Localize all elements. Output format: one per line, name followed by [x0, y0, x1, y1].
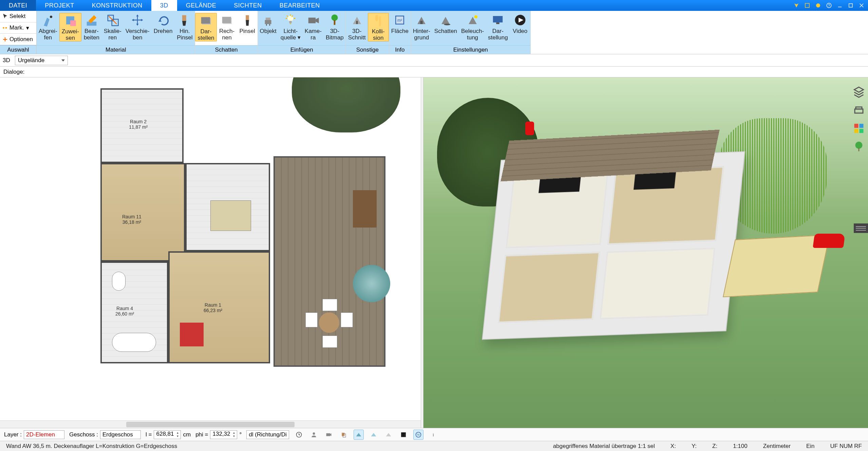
ribbon-verschieben[interactable]: Verschie- ben	[124, 13, 152, 41]
hintergrund-icon	[413, 13, 430, 27]
camera-tool-icon[interactable]	[324, 430, 334, 440]
menu-3d[interactable]: 3D	[151, 0, 177, 11]
ribbon-darstellen[interactable]: Dar- stellen	[195, 13, 216, 41]
darstellung-icon	[490, 13, 506, 27]
layer-select[interactable]: 2D-Elemen	[24, 430, 64, 439]
l-input[interactable]: 628,81▲▼	[154, 430, 181, 439]
bearbeiten-icon	[83, 13, 100, 27]
dl-select[interactable]: dl (Richtung/Di	[246, 430, 289, 439]
ribbon-sidepanel: Selekt Mark. ▾ Optionen Auswahl	[0, 11, 37, 54]
ribbon-video[interactable]: Video	[510, 13, 530, 34]
dining-table-icon	[210, 200, 251, 231]
shade-3-icon[interactable]	[383, 430, 394, 440]
room-11[interactable]	[100, 163, 185, 261]
viewport-2d[interactable]: Raum 2 11,87 m² Raum 11 36,18 m² Raum 3 …	[0, 77, 421, 428]
room-2[interactable]	[100, 88, 184, 163]
scrollbar-2d[interactable]	[0, 420, 421, 428]
ribbon-group-sonstige: 3D- SchnittKolli- sionSonstige	[346, 11, 389, 54]
svg-text:?: ?	[828, 3, 830, 7]
menu-gelaende[interactable]: GELÄNDE	[177, 0, 225, 11]
ribbon-group-label: Sonstige	[346, 45, 389, 54]
drag-handle-icon[interactable]	[854, 223, 868, 233]
help-icon[interactable]: ?	[825, 1, 833, 10]
ribbon-3dbitmap[interactable]: 3D- Bitmap	[324, 13, 346, 41]
shade-2-icon[interactable]	[369, 430, 379, 440]
abgreifen-icon	[40, 13, 56, 27]
app-icon-2[interactable]	[803, 1, 812, 10]
minimize-icon[interactable]	[835, 1, 844, 10]
side-optionen[interactable]: Optionen	[0, 34, 36, 45]
svg-rect-4	[838, 7, 842, 7]
layers-icon[interactable]	[853, 86, 865, 98]
chevron-down-icon	[61, 59, 65, 61]
ribbon-label: Licht- quelle ▾	[281, 28, 301, 41]
shade-1-icon[interactable]	[354, 430, 364, 440]
ribbon-3dschnitt[interactable]: 3D- Schnitt	[346, 13, 368, 41]
ribbon-label: Video	[513, 28, 527, 34]
ribbon-label: Objekt	[260, 28, 277, 34]
menu-datei[interactable]: DATEI	[0, 0, 36, 11]
tree-plan	[292, 77, 400, 132]
furniture-icon[interactable]	[853, 104, 865, 116]
svg-rect-37	[493, 16, 503, 22]
room-1[interactable]	[168, 251, 270, 363]
menu-konstruktion[interactable]: KONSTRUKTION	[83, 0, 151, 11]
selection-value: Urgelände	[18, 57, 44, 64]
viewport-3d[interactable]	[423, 77, 868, 428]
menu-bearbeiten[interactable]: BEARBEITEN	[271, 0, 329, 11]
copy-icon[interactable]	[339, 430, 349, 440]
menu-projekt[interactable]: PROJEKT	[36, 0, 83, 11]
info-icon[interactable]: i	[428, 430, 438, 440]
side-selekt[interactable]: Selekt	[0, 11, 36, 22]
ribbon-pinsel[interactable]: Pinsel	[237, 13, 258, 34]
ribbon-label: Schatten	[434, 28, 457, 34]
svg-rect-10	[70, 20, 76, 26]
user-icon[interactable]	[309, 430, 319, 440]
svg-text:i: i	[433, 432, 434, 437]
material-palette-icon[interactable]	[853, 122, 865, 134]
ribbon-lichtquelle[interactable]: Licht- quelle ▾	[279, 13, 303, 41]
ribbon-beleuchtung[interactable]: Beleuch- tung	[459, 13, 486, 41]
ribbon-group-einstellungen: Hinter- grundSchattenBeleuch- tungDar- s…	[411, 11, 531, 54]
geschoss-select[interactable]: Erdgeschos	[100, 430, 141, 439]
menu-bar: DATEI PROJEKT KONSTRUKTION 3D GELÄNDE SI…	[0, 0, 868, 11]
objekt-icon	[260, 13, 276, 27]
ribbon-kamera[interactable]: Kame- ra	[303, 13, 324, 41]
ribbon-darstellung[interactable]: Dar- stellung	[486, 13, 510, 41]
phi-input[interactable]: 132,32▲▼	[210, 430, 237, 439]
ribbon-drehen[interactable]: Drehen	[152, 13, 175, 34]
ribbon-hinpinsel[interactable]: Hin. Pinsel	[174, 13, 195, 41]
ribbon-schatten[interactable]: Schatten	[432, 13, 459, 34]
tree-icon[interactable]	[853, 141, 865, 153]
maximize-icon[interactable]	[846, 1, 855, 10]
app-icon-3[interactable]	[814, 1, 823, 10]
splitter[interactable]	[421, 77, 423, 428]
grid-icon[interactable]	[398, 430, 409, 440]
car-3d	[813, 234, 845, 248]
ribbon-skalieren[interactable]: Skalie- ren	[102, 13, 124, 41]
ribbon-kollision[interactable]: Kolli- sion	[368, 13, 389, 41]
ribbon-flaeche[interactable]: m²Fläche	[389, 13, 411, 34]
svg-point-49	[313, 432, 315, 435]
close-icon[interactable]	[857, 1, 866, 10]
ribbon-bearbeiten[interactable]: Bear- beiten	[81, 13, 102, 41]
scene-3d	[423, 77, 868, 428]
ribbon-label: Kame- ra	[305, 28, 322, 41]
menu-sichten[interactable]: SICHTEN	[225, 0, 271, 11]
ribbon-group-label: Einstellungen	[411, 45, 530, 54]
ribbon-group-label: Material	[37, 45, 195, 54]
skalieren-icon	[105, 13, 121, 27]
clock-icon[interactable]	[294, 430, 304, 440]
app-icon-1[interactable]	[792, 1, 801, 10]
selection-combo[interactable]: Urgelände	[15, 56, 68, 65]
ribbon-objekt[interactable]: Objekt	[258, 13, 279, 34]
ribbon-zuweisen[interactable]: Zuwei- sen	[59, 13, 81, 41]
ribbon-rechnen[interactable]: Rech- nen	[217, 13, 237, 41]
side-optionen-label: Optionen	[10, 36, 33, 43]
ribbon-hintergrund[interactable]: Hinter- grund	[411, 13, 432, 41]
ribbon-abgreifen[interactable]: Abgrei- fen	[37, 13, 59, 41]
status-flags: UF NUM RF	[828, 443, 865, 450]
svg-point-6	[3, 27, 4, 29]
north-icon[interactable]: N	[413, 430, 423, 440]
side-mark[interactable]: Mark. ▾	[0, 22, 36, 34]
